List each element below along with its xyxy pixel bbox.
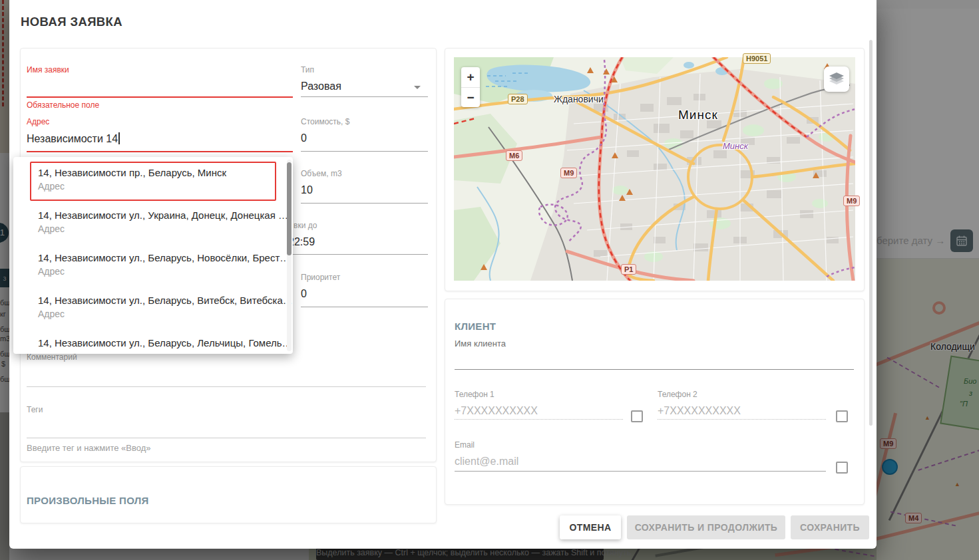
road-badge: М9	[560, 168, 577, 178]
new-request-modal: НОВАЯ ЗАЯВКА ПРОИЗВОЛЬНЫЕ ПОЛЯ Имя заявк…	[9, 0, 877, 549]
type-underline	[301, 96, 428, 97]
modal-scrollbar[interactable]	[869, 40, 873, 426]
zoom-out-button[interactable]: −	[461, 88, 480, 108]
address-suggestions-dropdown: 14, Независимости пр., Беларусь, Минск А…	[13, 157, 293, 354]
client-name-label: Имя клиента	[455, 339, 506, 349]
map-station-label: Минск	[723, 141, 748, 151]
layers-icon	[828, 71, 845, 87]
text-caret	[118, 132, 120, 144]
map-tiles	[454, 57, 855, 281]
tag-input[interactable]: Введите тег и нажмите «Ввод»	[27, 443, 151, 453]
suggestion-item[interactable]: 14, Независимости ул., Беларусь, Лельчиц…	[38, 337, 292, 349]
address-label: Адрес	[27, 117, 49, 126]
tags-underline	[27, 438, 426, 438]
road-badge: P1	[621, 264, 636, 275]
phone2-label: Телефон 2	[658, 390, 697, 399]
volume-label: Объем, m3	[301, 169, 342, 178]
cost-input[interactable]: 0	[301, 132, 307, 144]
comment-underline	[27, 386, 426, 387]
client-card	[445, 299, 865, 505]
priority-input[interactable]: 0	[301, 288, 307, 300]
phone1-checkbox[interactable]	[631, 410, 643, 422]
client-heading: КЛИЕНТ	[455, 321, 496, 332]
request-name-input[interactable]	[27, 78, 293, 94]
email-label: Email	[455, 440, 475, 450]
custom-fields-heading: ПРОИЗВОЛЬНЫЕ ПОЛЯ	[27, 495, 149, 506]
map-layers-button[interactable]	[824, 67, 849, 92]
email-input[interactable]: client@e.mail	[455, 456, 518, 468]
road-badge: P28	[508, 94, 528, 104]
email-checkbox[interactable]	[836, 462, 848, 474]
cancel-button[interactable]: ОТМЕНА	[560, 515, 621, 539]
chevron-down-icon[interactable]	[414, 86, 421, 89]
delivery-time-label: вки до	[294, 221, 317, 230]
cost-underline	[301, 151, 428, 152]
phone2-input[interactable]: +7XXXXXXXXXX	[658, 405, 741, 417]
road-badge: М9	[843, 196, 860, 206]
address-input[interactable]: Независимости 14	[27, 132, 120, 145]
suggestion-item[interactable]: 14, Независимости пр., Беларусь, Минск	[38, 167, 226, 178]
client-name-input[interactable]	[455, 351, 854, 367]
priority-label: Приоритет	[301, 273, 340, 282]
road-badge: Н9051	[743, 53, 771, 64]
phone2-underline	[658, 419, 826, 420]
request-name-underline	[27, 96, 293, 98]
suggestion-item[interactable]: 14, Независимости ул., Украина, Донецк, …	[38, 210, 288, 221]
required-field-error: Обязательное поле	[27, 100, 99, 110]
suggestion-subtitle: Адрес	[38, 223, 65, 234]
type-label: Тип	[301, 65, 314, 74]
save-and-continue-button[interactable]: СОХРАНИТЬ И ПРОДОЛЖИТЬ	[627, 515, 785, 539]
dropdown-scrollbar-thumb[interactable]	[287, 162, 292, 255]
road-badge: М6	[506, 150, 522, 161]
map-town-label: Ждановичи	[554, 94, 604, 104]
delivery-time-underline	[290, 254, 428, 255]
client-name-underline	[455, 369, 854, 370]
phone1-label: Телефон 1	[455, 390, 494, 399]
address-underline	[27, 151, 293, 152]
map-zoom-control: + −	[461, 67, 480, 107]
type-select[interactable]: Разовая	[301, 80, 341, 92]
app-screen: 1 з бщ кг бщ m3 бщ $ бщ берите дату →	[0, 0, 979, 560]
volume-underline	[301, 203, 428, 204]
tags-label: Теги	[27, 405, 43, 414]
volume-input[interactable]: 10	[301, 184, 313, 196]
priority-underline	[301, 307, 428, 307]
comment-label: Комментарий	[27, 352, 77, 362]
suggestion-item[interactable]: 14, Независимости ул., Беларусь, Новосёл…	[38, 252, 290, 263]
phone2-checkbox[interactable]	[836, 410, 848, 422]
cost-label: Стоимость, $	[301, 117, 349, 126]
map[interactable]	[454, 57, 855, 281]
suggestion-subtitle: Адрес	[38, 181, 65, 192]
zoom-in-button[interactable]: +	[461, 67, 480, 88]
phone1-underline	[455, 419, 623, 420]
modal-title: НОВАЯ ЗАЯВКА	[21, 15, 122, 29]
address-value: Независимости 14	[27, 133, 118, 144]
suggestion-subtitle: Адрес	[38, 266, 65, 277]
comment-input[interactable]	[27, 367, 426, 384]
save-button[interactable]: СОХРАНИТЬ	[791, 515, 869, 539]
map-city-label: Минск	[678, 108, 718, 122]
request-name-label: Имя заявки	[27, 65, 69, 74]
email-underline	[455, 471, 826, 472]
suggestion-subtitle: Адрес	[38, 309, 65, 319]
phone1-input[interactable]: +7XXXXXXXXXX	[455, 405, 538, 417]
suggestion-item[interactable]: 14, Независимости ул., Беларусь, Витебск…	[38, 295, 293, 306]
